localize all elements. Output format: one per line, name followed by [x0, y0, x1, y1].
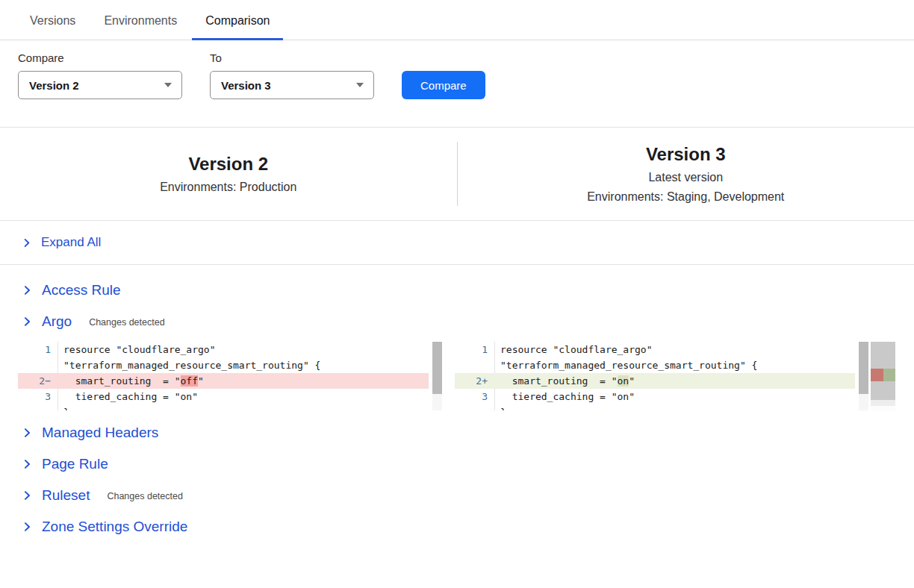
diff-line-added: 2+ smart_routing = "on"	[455, 373, 855, 389]
scrollbar-thumb[interactable]	[859, 342, 868, 394]
chevron-right-icon	[22, 522, 32, 532]
section-argo[interactable]: Argo Changes detected	[0, 306, 914, 337]
line-number: 1	[455, 342, 495, 357]
version-headers: Version 2 Environments: Production Versi…	[0, 128, 914, 221]
compare-to-value: Version 3	[221, 79, 271, 92]
section-zone-settings-override[interactable]: Zone Settings Override	[0, 511, 914, 542]
section-page-rule[interactable]: Page Rule	[0, 448, 914, 480]
diff-pane-right: 1resource "cloudflare_argo" "terraform_m…	[455, 342, 895, 410]
section-label: Ruleset	[42, 487, 90, 504]
expand-all-label: Expand All	[41, 235, 101, 250]
code-text: smart_routing = "	[63, 375, 181, 387]
chevron-down-icon	[164, 83, 172, 87]
added-token: on	[618, 375, 629, 387]
line-number: 3	[455, 389, 495, 404]
compare-to-select[interactable]: Version 3	[210, 71, 374, 99]
removed-marker	[871, 369, 883, 381]
section-ruleset[interactable]: Ruleset Changes detected	[0, 480, 914, 511]
code-text: "terraform_managed_resource_smart_routin…	[58, 357, 320, 373]
line-number	[455, 357, 495, 373]
diff-pane-left: 1resource "cloudflare_argo" "terraform_m…	[18, 342, 442, 410]
line-number: 1	[18, 342, 58, 357]
line-number: 2+	[455, 373, 495, 389]
diff-overview-minimap[interactable]	[871, 342, 895, 410]
line-number	[455, 404, 495, 410]
section-label: Argo	[42, 313, 72, 330]
left-pane-scrollbar[interactable]	[432, 342, 442, 410]
diff-line: "terraform_managed_resource_smart_routin…	[455, 357, 855, 373]
section-access-rule[interactable]: Access Rule	[0, 275, 914, 306]
compare-from-value: Version 2	[29, 79, 79, 92]
code-text: }	[495, 404, 506, 410]
chevron-right-icon	[22, 490, 32, 501]
compare-button[interactable]: Compare	[402, 71, 485, 99]
tab-comparison[interactable]: Comparison	[192, 0, 283, 40]
diff-line: }	[18, 404, 429, 410]
added-marker	[883, 369, 896, 381]
argo-diff-view: 1resource "cloudflare_argo" "terraform_m…	[0, 337, 914, 417]
line-number: 2−	[18, 373, 58, 389]
diff-code-right: 1resource "cloudflare_argo" "terraform_m…	[455, 342, 855, 410]
diff-line: 1resource "cloudflare_argo"	[18, 342, 429, 357]
diff-line: 3 tiered_caching = "on"	[455, 389, 855, 404]
compare-controls: Compare Version 2 To Version 3 Compare	[0, 40, 914, 128]
chevron-right-icon	[22, 428, 32, 438]
code-text: smart_routing = "	[500, 375, 618, 387]
code-text: "	[629, 375, 635, 387]
scrollbar-thumb[interactable]	[432, 342, 442, 394]
chevron-right-icon	[22, 238, 31, 248]
removed-token: off	[181, 375, 198, 387]
code-text: }	[58, 404, 69, 410]
compare-to-label: To	[210, 51, 374, 64]
right-version-title: Version 3	[458, 144, 914, 165]
chevron-right-icon	[22, 285, 32, 295]
section-label: Access Rule	[42, 282, 121, 298]
right-version-note: Latest version	[458, 171, 914, 184]
line-number: 3	[18, 389, 58, 404]
chevron-right-icon	[22, 316, 32, 327]
compare-from-label: Compare	[18, 51, 182, 64]
code-text: resource "cloudflare_argo"	[495, 342, 653, 357]
chevron-right-icon	[22, 459, 32, 469]
right-version-environments: Environments: Staging, Development	[458, 190, 914, 204]
right-pane-scrollbar[interactable]	[859, 342, 868, 410]
code-text: smart_routing = "on"	[495, 373, 635, 389]
diff-line: 3 tiered_caching = "on"	[18, 389, 429, 404]
diff-change-marker	[871, 369, 895, 381]
code-text: "	[198, 375, 204, 387]
compare-from-select[interactable]: Version 2	[18, 71, 182, 99]
code-text: "terraform_managed_resource_smart_routin…	[495, 357, 757, 373]
code-text: resource "cloudflare_argo"	[58, 342, 216, 357]
left-version-title: Version 2	[0, 154, 457, 175]
tab-environments[interactable]: Environments	[104, 0, 177, 40]
compare-from-field: Compare Version 2	[18, 51, 182, 99]
diff-code-left: 1resource "cloudflare_argo" "terraform_m…	[18, 342, 429, 410]
changes-detected-badge: Changes detected	[89, 316, 164, 328]
diff-line: "terraform_managed_resource_smart_routin…	[18, 357, 429, 373]
code-text: smart_routing = "off"	[58, 373, 204, 389]
line-number	[18, 357, 58, 373]
chevron-down-icon	[356, 83, 364, 87]
section-label: Managed Headers	[42, 425, 158, 441]
left-version-environments: Environments: Production	[0, 181, 457, 194]
compare-to-field: To Version 3	[210, 51, 374, 99]
left-version-header: Version 2 Environments: Production	[0, 154, 457, 194]
changes-detected-badge: Changes detected	[107, 490, 182, 501]
code-text: tiered_caching = "on"	[58, 389, 198, 404]
tab-versions[interactable]: Versions	[30, 0, 75, 40]
line-number	[18, 404, 58, 410]
sections-list: Access Rule Argo Changes detected 1resou…	[0, 265, 914, 542]
section-managed-headers[interactable]: Managed Headers	[0, 417, 914, 448]
tab-bar: Versions Environments Comparison	[0, 0, 914, 40]
diff-line-removed: 2− smart_routing = "off"	[18, 373, 429, 389]
right-version-header: Version 3 Latest version Environments: S…	[458, 144, 914, 204]
diff-line: }	[455, 404, 855, 410]
diff-line: 1resource "cloudflare_argo"	[455, 342, 855, 357]
code-text: tiered_caching = "on"	[495, 389, 635, 404]
section-label: Zone Settings Override	[42, 519, 187, 535]
section-label: Page Rule	[42, 456, 108, 472]
expand-all-button[interactable]: Expand All	[0, 221, 914, 265]
